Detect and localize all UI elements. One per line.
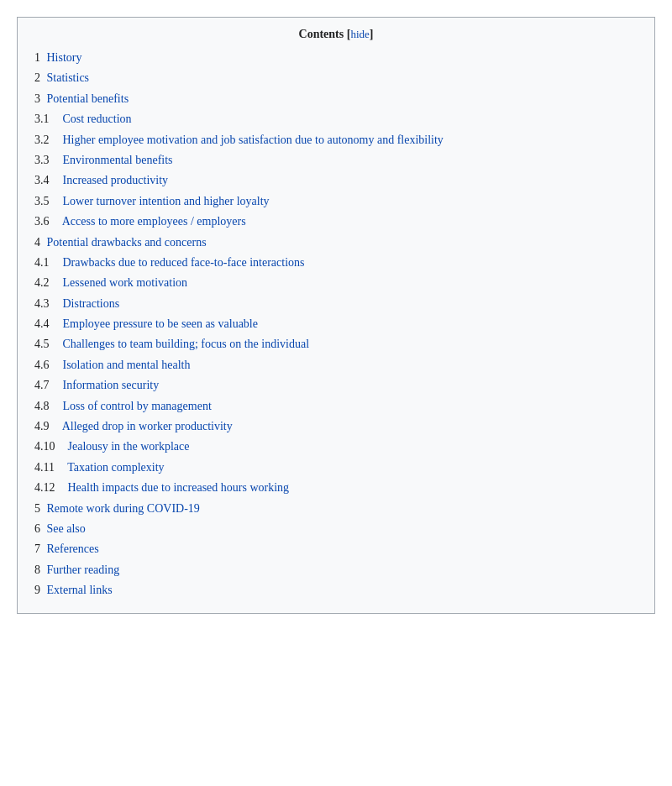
toc-num: 3.3 xyxy=(34,151,60,170)
toc-title: Contents [hide] xyxy=(34,28,638,41)
toc-num: 4.12 xyxy=(34,479,65,497)
toc-num: 4.10 xyxy=(34,438,65,456)
toc-num: 1 xyxy=(34,51,40,64)
toc-num: 5 xyxy=(34,502,40,515)
list-item: 4.8 Loss of control by management xyxy=(34,396,638,417)
toc-num: 3.6 xyxy=(34,212,60,231)
list-item: 1 History xyxy=(34,48,638,68)
toc-link-4-11[interactable]: Taxation complexity xyxy=(67,461,164,474)
list-item: 4 Potential drawbacks and concerns xyxy=(34,233,638,253)
list-item: 3 Potential benefits xyxy=(34,89,638,109)
toc-link-4-6[interactable]: Isolation and mental health xyxy=(63,359,191,371)
toc-num: 4.7 xyxy=(34,376,60,395)
toc-link-4-12[interactable]: Health impacts due to increased hours wo… xyxy=(68,481,290,494)
toc-num: 4.11 xyxy=(34,458,65,477)
toc-num: 8 xyxy=(34,563,40,576)
toc-num: 2 xyxy=(34,71,40,84)
toc-bracket-close: ] xyxy=(370,28,374,40)
toc-link-history[interactable]: History xyxy=(47,51,82,64)
toc-num: 4.2 xyxy=(34,274,60,292)
toc-num: 3.1 xyxy=(34,110,60,128)
toc-link-4-5[interactable]: Challenges to team building; focus on th… xyxy=(63,338,310,350)
list-item: 4.12 Health impacts due to increased hou… xyxy=(34,478,638,498)
toc-link-4-8[interactable]: Loss of control by management xyxy=(63,400,212,412)
toc-link-potential-drawbacks[interactable]: Potential drawbacks and concerns xyxy=(47,236,207,249)
toc-num: 6 xyxy=(34,522,40,535)
toc-num: 3.2 xyxy=(34,131,60,149)
toc-link-see-also[interactable]: See also xyxy=(47,522,86,535)
toc-num: 4.8 xyxy=(34,397,60,416)
list-item: 3.6 Access to more employees / employers xyxy=(34,212,638,232)
list-item: 4.6 Isolation and mental health xyxy=(34,355,638,375)
toc-num: 4.9 xyxy=(34,417,60,436)
toc-link-3-3[interactable]: Environmental benefits xyxy=(63,154,173,166)
toc-link-3-4[interactable]: Increased productivity xyxy=(63,174,169,186)
list-item: 3.4 Increased productivity xyxy=(34,170,638,191)
toc-num: 4.5 xyxy=(34,335,60,354)
toc-link-references[interactable]: References xyxy=(47,542,99,555)
toc-link-statistics[interactable]: Statistics xyxy=(47,71,90,84)
list-item: 4.11 Taxation complexity xyxy=(34,458,638,478)
hide-link[interactable]: hide xyxy=(350,28,369,40)
list-item: 2 Statistics xyxy=(34,68,638,88)
toc-num: 9 xyxy=(34,584,40,596)
toc-title-text: Contents xyxy=(299,28,344,40)
table-of-contents: Contents [hide] 1 History 2 Statistics 3… xyxy=(17,17,655,614)
toc-link-4-9[interactable]: Alleged drop in worker productivity xyxy=(62,420,233,432)
toc-link-4-4[interactable]: Employee pressure to be seen as valuable xyxy=(63,317,258,330)
list-item: 8 Further reading xyxy=(34,560,638,580)
toc-link-4-1[interactable]: Drawbacks due to reduced face-to-face in… xyxy=(63,256,305,269)
toc-num: 4.3 xyxy=(34,295,60,313)
toc-link-3-5[interactable]: Lower turnover intention and higher loya… xyxy=(63,195,270,207)
toc-link-3-1[interactable]: Cost reduction xyxy=(63,113,132,125)
toc-link-external-links[interactable]: External links xyxy=(47,584,113,596)
list-item: 4.4 Employee pressure to be seen as valu… xyxy=(34,314,638,334)
toc-num: 4 xyxy=(34,236,40,249)
list-item: 4.3 Distractions xyxy=(34,294,638,314)
list-item: 3.2 Higher employee motivation and job s… xyxy=(34,130,638,150)
toc-link-4-2[interactable]: Lessened work motivation xyxy=(63,276,188,289)
list-item: 4.7 Information security xyxy=(34,375,638,396)
toc-link-further-reading[interactable]: Further reading xyxy=(47,563,120,576)
toc-num: 7 xyxy=(34,542,40,555)
list-item: 7 References xyxy=(34,539,638,559)
list-item: 9 External links xyxy=(34,580,638,600)
list-item: 6 See also xyxy=(34,519,638,539)
toc-num: 4.6 xyxy=(34,356,60,375)
toc-link-4-7[interactable]: Information security xyxy=(63,379,160,391)
list-item: 4.5 Challenges to team building; focus o… xyxy=(34,334,638,354)
toc-link-3-2[interactable]: Higher employee motivation and job satis… xyxy=(63,134,444,146)
toc-link-4-3[interactable]: Distractions xyxy=(63,297,120,310)
toc-num: 3.5 xyxy=(34,192,60,211)
toc-num: 4.4 xyxy=(34,315,60,333)
list-item: 4.2 Lessened work motivation xyxy=(34,273,638,293)
list-item: 4.10 Jealousy in the workplace xyxy=(34,437,638,457)
toc-list: 1 History 2 Statistics 3 Potential benef… xyxy=(34,48,638,601)
list-item: 4.1 Drawbacks due to reduced face-to-fac… xyxy=(34,253,638,273)
list-item: 3.5 Lower turnover intention and higher … xyxy=(34,191,638,212)
list-item: 3.3 Environmental benefits xyxy=(34,150,638,170)
toc-num: 4.1 xyxy=(34,254,60,272)
toc-link-4-10[interactable]: Jealousy in the workplace xyxy=(68,440,190,453)
toc-num: 3.4 xyxy=(34,171,60,190)
toc-link-potential-benefits[interactable]: Potential benefits xyxy=(47,92,129,105)
toc-link-3-6[interactable]: Access to more employees / employers xyxy=(62,215,246,228)
toc-link-covid[interactable]: Remote work during COVID-19 xyxy=(47,502,200,515)
list-item: 5 Remote work during COVID-19 xyxy=(34,499,638,519)
list-item: 3.1 Cost reduction xyxy=(34,109,638,129)
list-item: 4.9 Alleged drop in worker productivity xyxy=(34,417,638,437)
toc-num: 3 xyxy=(34,92,40,105)
